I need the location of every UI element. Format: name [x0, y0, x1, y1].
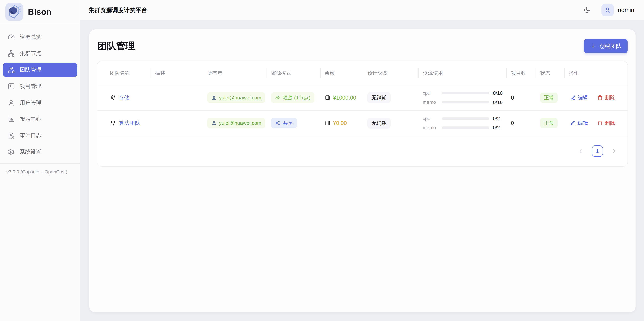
arrears-pill: 无消耗: [368, 118, 390, 128]
create-team-button[interactable]: 创建团队: [584, 39, 628, 53]
arrears-pill: 无消耗: [368, 92, 390, 103]
mode-label: 共享: [283, 120, 293, 127]
delete-button[interactable]: 删除: [598, 94, 615, 101]
usage-value: 0/16: [493, 99, 506, 105]
person-bust-icon: [211, 120, 217, 126]
sidebar-item-label: 项目管理: [20, 83, 41, 90]
sidebar-item-team-management[interactable]: 团队管理: [3, 63, 78, 77]
pagination-page-1[interactable]: 1: [592, 145, 603, 157]
edit-button[interactable]: 编辑: [570, 94, 588, 101]
chevron-right-icon: [611, 148, 618, 155]
cpu-progress-bar: [442, 92, 489, 94]
usage-cpu: cpu 0/2: [423, 116, 506, 121]
arrears-cell: 无消耗: [363, 118, 418, 128]
usage-value: 0/2: [493, 125, 506, 130]
theme-toggle-button[interactable]: [584, 7, 590, 13]
balance: ¥0.00: [325, 120, 363, 126]
team-name: 存储: [119, 94, 130, 101]
team-name-cell: 算法团队: [97, 119, 151, 127]
edit-button[interactable]: 编辑: [570, 120, 588, 127]
usage-cpu: cpu 0/10: [423, 90, 506, 96]
col-description: 描述: [151, 68, 203, 78]
pagination-next-button[interactable]: [611, 148, 618, 155]
user-menu[interactable]: admin: [590, 4, 634, 16]
app-logo-block: Bison: [0, 0, 80, 24]
status-cell: 正常: [536, 93, 564, 103]
edit-label: 编辑: [578, 94, 588, 101]
usage-label: cpu: [423, 116, 438, 121]
mode-cell: 独占 (1节点): [267, 92, 320, 103]
users-icon: [110, 95, 116, 101]
col-owner: 所有者: [203, 68, 267, 78]
owner-email: yulei@huawei.com: [219, 95, 261, 100]
col-status: 状态: [536, 68, 564, 78]
page-title: 团队管理: [97, 40, 135, 52]
col-arrears: 预计欠费: [363, 68, 418, 78]
sidebar-item-audit-log[interactable]: 审计日志: [3, 128, 78, 143]
team-management-panel: 团队管理 创建团队 团队名称 描述 所有者 资源模式 余额 预计欠费 资源使用 …: [89, 29, 636, 312]
team-name-link[interactable]: 存储: [110, 94, 151, 101]
teams-table: 团队名称 描述 所有者 资源模式 余额 预计欠费 资源使用 项目数 状态 操作: [97, 61, 628, 167]
platform-title: 集群资源调度计费平台: [88, 6, 147, 14]
trash-icon: [598, 120, 603, 126]
memo-progress-bar: [442, 126, 489, 129]
sidebar-nav: 资源总览 集群节点 团队管理 项目管理 用户管理: [0, 24, 80, 159]
sidebar-item-cluster-nodes[interactable]: 集群节点: [3, 46, 78, 61]
edit-label: 编辑: [578, 120, 588, 127]
sidebar-item-label: 系统设置: [20, 148, 41, 156]
arrears-cell: 无消耗: [363, 92, 418, 103]
usage-cell: cpu 0/2 memo 0/2: [418, 116, 506, 130]
bison-logo-icon: [5, 3, 23, 21]
top-header: 集群资源调度计费平台 admin: [80, 0, 644, 20]
plus-icon: [590, 43, 596, 49]
wallet-icon: [325, 95, 330, 100]
usage-memo: memo 0/2: [423, 125, 506, 130]
mode-cell: 共享: [267, 118, 320, 128]
delete-label: 删除: [605, 94, 615, 101]
col-balance: 余额: [320, 68, 363, 78]
cloud-server-icon: [275, 95, 280, 100]
col-actions: 操作: [564, 68, 628, 78]
app-name: Bison: [28, 7, 52, 17]
audit-log-icon: [8, 132, 15, 139]
balance-amount: ¥1000.00: [333, 94, 356, 101]
owner-cell: yulei@huawei.com: [203, 92, 267, 103]
status-badge: 正常: [540, 93, 558, 103]
user-icon: [8, 99, 15, 106]
usage-memo: memo 0/16: [423, 99, 506, 105]
usage-cell: cpu 0/10 memo 0/16: [418, 90, 506, 105]
sidebar-item-resource-overview[interactable]: 资源总览: [3, 30, 78, 44]
usage-label: memo: [423, 125, 438, 130]
sidebar-item-report-center[interactable]: 报表中心: [3, 112, 78, 126]
avatar-user-icon: [604, 7, 611, 13]
status-cell: 正常: [536, 118, 564, 128]
wallet-icon: [325, 120, 330, 126]
pagination: 1: [97, 136, 628, 166]
mode-pill: 独占 (1节点): [271, 92, 314, 103]
table-row: 算法团队 yulei@huawei.com: [97, 110, 628, 136]
pagination-prev-button[interactable]: [577, 148, 584, 155]
sidebar-item-label: 资源总览: [20, 33, 41, 41]
delete-button[interactable]: 删除: [598, 120, 615, 127]
sidebar-item-user-management[interactable]: 用户管理: [3, 95, 78, 110]
pen-icon: [570, 95, 576, 100]
cluster-nodes-icon: [8, 50, 15, 57]
sidebar-item-label: 审计日志: [20, 132, 41, 139]
usage-label: cpu: [423, 90, 438, 96]
sidebar-item-system-settings[interactable]: 系统设置: [3, 145, 78, 159]
col-projects: 项目数: [506, 68, 536, 78]
sidebar-item-project-management[interactable]: 项目管理: [3, 79, 78, 93]
owner-email: yulei@huawei.com: [219, 120, 261, 126]
main-content: 团队管理 创建团队 团队名称 描述 所有者 资源模式 余额 预计欠费 资源使用 …: [80, 21, 644, 321]
sidebar-item-label: 用户管理: [20, 99, 41, 106]
avatar: [602, 4, 614, 16]
actions-cell: 编辑 删除: [564, 94, 628, 101]
share-icon: [275, 120, 280, 126]
delete-label: 删除: [605, 120, 615, 127]
usage-label: memo: [423, 99, 438, 105]
team-name-link[interactable]: 算法团队: [110, 119, 151, 127]
team-hierarchy-icon: [8, 66, 15, 73]
trash-icon: [598, 95, 603, 100]
usage-value: 0/10: [493, 90, 506, 96]
owner-pill: yulei@huawei.com: [207, 92, 265, 103]
